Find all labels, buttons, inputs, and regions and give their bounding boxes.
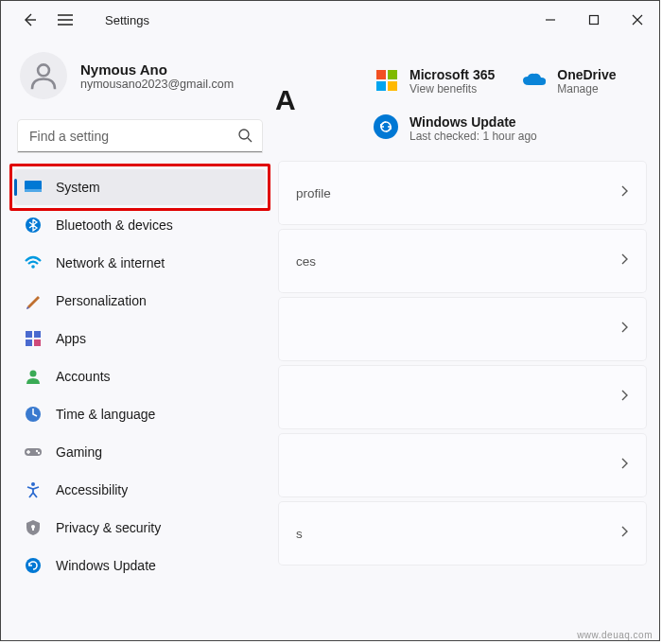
tile-title: Windows Update — [409, 114, 537, 130]
back-button[interactable] — [20, 10, 39, 29]
tile-title: OneDrive — [557, 67, 616, 82]
arrow-left-icon — [22, 12, 37, 27]
title-bar: Settings — [1, 1, 659, 39]
sidebar-item-privacy[interactable]: Privacy & security — [14, 510, 266, 546]
tile-subtitle: Last checked: 1 hour ago — [409, 130, 537, 143]
annotation-highlight — [9, 164, 270, 211]
svg-rect-9 — [26, 339, 32, 346]
accessibility-icon — [24, 480, 43, 499]
sidebar-item-label: Gaming — [56, 444, 102, 460]
sidebar-item-system[interactable]: System — [14, 169, 266, 205]
svg-rect-8 — [34, 331, 41, 338]
tile-subtitle: View benefits — [409, 82, 495, 96]
minimize-button[interactable] — [529, 1, 572, 39]
svg-point-16 — [31, 482, 35, 486]
sidebar-item-gaming[interactable]: Gaming — [14, 434, 266, 470]
tile-onedrive[interactable]: OneDrive Manage — [521, 67, 616, 96]
bluetooth-icon — [24, 216, 43, 235]
sidebar-item-bluetooth[interactable]: Bluetooth & devices — [14, 207, 266, 243]
update-icon — [24, 556, 43, 575]
svg-rect-4 — [25, 189, 42, 192]
person-icon — [27, 60, 60, 92]
apps-icon — [24, 329, 43, 348]
avatar — [20, 52, 67, 99]
account-header[interactable]: Nymous Ano nymousano2023@gmail.com — [14, 44, 266, 113]
sidebar-item-label: Time & language — [56, 407, 155, 422]
svg-point-14 — [36, 450, 38, 452]
main-content: A Microsoft 365 View benefits — [275, 39, 659, 640]
window-title: Settings — [105, 13, 149, 27]
sidebar-item-time[interactable]: Time & language — [14, 396, 266, 432]
svg-rect-21 — [388, 70, 397, 79]
card-label-fragment: profile — [296, 186, 331, 200]
clock-globe-icon — [24, 405, 43, 424]
svg-rect-18 — [32, 528, 34, 531]
sync-icon — [374, 114, 398, 139]
settings-card[interactable]: profile — [279, 162, 646, 224]
shield-icon — [24, 518, 43, 537]
chevron-right-icon — [620, 457, 629, 474]
sidebar-item-label: Network & internet — [56, 255, 165, 270]
onedrive-icon — [521, 67, 548, 94]
svg-point-1 — [38, 64, 49, 76]
chevron-right-icon — [620, 321, 629, 338]
sidebar-item-label: Bluetooth & devices — [56, 218, 173, 233]
settings-card[interactable] — [279, 298, 646, 360]
hamburger-icon — [58, 14, 73, 26]
chevron-right-icon — [620, 525, 629, 542]
sidebar-item-label: Accessibility — [56, 482, 128, 497]
svg-point-11 — [30, 371, 37, 377]
search-icon — [237, 128, 253, 147]
chevron-right-icon — [620, 389, 629, 406]
card-label-fragment: ces — [296, 254, 316, 269]
svg-point-6 — [31, 265, 35, 269]
sidebar-item-label: Accounts — [56, 369, 111, 384]
paintbrush-icon — [24, 291, 43, 310]
sidebar-item-accessibility[interactable]: Accessibility — [14, 472, 266, 508]
tile-subtitle: Manage — [557, 82, 616, 96]
sidebar-item-label: Windows Update — [56, 558, 156, 573]
svg-rect-22 — [376, 81, 386, 91]
gamepad-icon — [24, 443, 43, 461]
svg-rect-0 — [590, 16, 599, 25]
svg-point-19 — [26, 558, 41, 573]
accounts-icon — [24, 367, 43, 386]
sidebar: Nymous Ano nymousano2023@gmail.com Syste… — [1, 39, 275, 640]
settings-card[interactable]: ces — [279, 230, 646, 292]
minimize-icon — [545, 14, 556, 26]
sidebar-item-personalization[interactable]: Personalization — [14, 283, 266, 319]
tile-windows-update[interactable]: Windows Update Last checked: 1 hour ago — [279, 96, 646, 152]
sidebar-item-accounts[interactable]: Accounts — [14, 358, 266, 394]
settings-card[interactable] — [279, 434, 646, 496]
display-icon — [24, 178, 43, 197]
sidebar-item-apps[interactable]: Apps — [14, 321, 266, 357]
sidebar-item-network[interactable]: Network & internet — [14, 245, 266, 281]
svg-rect-23 — [388, 81, 397, 91]
maximize-icon — [588, 14, 600, 26]
sidebar-item-label: System — [56, 180, 100, 195]
svg-rect-10 — [34, 339, 41, 346]
wifi-icon — [24, 253, 43, 272]
sidebar-item-label: Privacy & security — [56, 520, 161, 535]
page-heading-fragment: A — [275, 84, 296, 116]
nav-menu-button[interactable] — [56, 10, 75, 29]
account-name: Nymous Ano — [80, 61, 234, 78]
maximize-button[interactable] — [572, 1, 616, 39]
watermark: www.deuaq.com — [577, 630, 653, 640]
search-input[interactable] — [18, 120, 262, 152]
sidebar-item-windows-update[interactable]: Windows Update — [14, 548, 266, 583]
settings-card[interactable] — [279, 366, 646, 428]
close-icon — [632, 14, 643, 26]
sidebar-item-label: Personalization — [56, 293, 147, 308]
settings-card[interactable]: s — [279, 502, 646, 565]
svg-rect-20 — [376, 70, 386, 79]
svg-rect-7 — [26, 331, 32, 338]
svg-point-2 — [239, 130, 249, 139]
chevron-right-icon — [620, 184, 629, 201]
chevron-right-icon — [620, 252, 629, 270]
card-label-fragment: s — [296, 527, 303, 541]
tile-microsoft-365[interactable]: Microsoft 365 View benefits — [374, 67, 495, 96]
close-button[interactable] — [616, 1, 659, 39]
tile-title: Microsoft 365 — [409, 67, 495, 82]
microsoft-logo-icon — [374, 67, 400, 94]
